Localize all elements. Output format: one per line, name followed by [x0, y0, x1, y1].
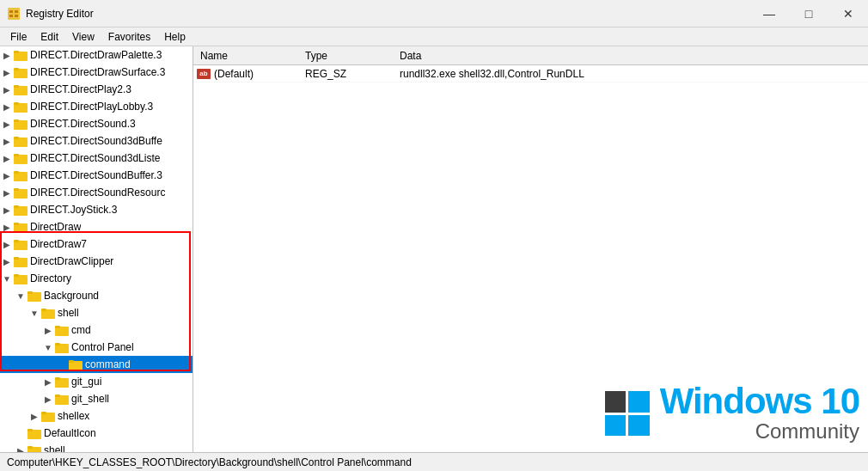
menu-view[interactable]: View — [65, 29, 101, 45]
menu-file[interactable]: File — [3, 29, 34, 45]
node-label: shell — [44, 444, 65, 452]
node-label: DIRECT.DirectDrawPalette.3 — [30, 49, 162, 61]
tree-node-shell-bg[interactable]: ▼ shell — [0, 304, 193, 321]
node-label: DIRECT.DirectSoundResourc — [30, 187, 165, 199]
node-label: command — [85, 358, 131, 370]
node-label: shellex — [58, 410, 89, 422]
node-label: DIRECT.DirectPlay2.3 — [30, 83, 131, 95]
menu-bar: File Edit View Favorites Help — [0, 28, 868, 46]
svg-rect-17 — [14, 137, 19, 139]
tree-node-directjoystick[interactable]: ▶ DIRECT.JoyStick.3 — [0, 201, 193, 218]
node-label: DIRECT.JoyStick.3 — [30, 204, 117, 216]
node-label: DIRECT.DirectSound3dBuffe — [30, 135, 162, 147]
tree-node-shellex-bg[interactable]: ▶ shellex — [0, 407, 193, 425]
svg-rect-39 — [55, 326, 60, 328]
node-label: git_gui — [71, 376, 101, 388]
right-panel: Name Type Data ab (Default) REG_SZ rundl… — [193, 46, 868, 452]
svg-rect-0 — [8, 8, 20, 20]
node-label: git_shell — [71, 393, 109, 405]
table-header: Name Type Data — [193, 46, 868, 65]
svg-rect-7 — [14, 51, 19, 53]
svg-rect-13 — [14, 102, 19, 105]
svg-rect-51 — [28, 429, 33, 431]
svg-rect-29 — [14, 240, 19, 242]
svg-rect-3 — [9, 15, 13, 17]
svg-rect-43 — [69, 360, 74, 363]
row-name-label: (Default) — [214, 68, 254, 80]
svg-rect-47 — [55, 395, 60, 397]
tree-node-directdraw[interactable]: ▶ DirectDraw — [0, 218, 193, 236]
tree-node-shell-dir[interactable]: ▶ shell — [0, 442, 193, 452]
tree-node-directsound3dliste[interactable]: ▶ DIRECT.DirectSound3dListe — [0, 150, 193, 167]
close-button[interactable]: ✕ — [828, 0, 868, 28]
col-data-header: Data — [400, 50, 868, 62]
svg-rect-45 — [55, 377, 60, 380]
node-label: shell — [58, 307, 79, 319]
svg-rect-53 — [28, 446, 33, 449]
svg-rect-33 — [14, 274, 19, 277]
node-label: DirectDrawClipper — [30, 255, 113, 267]
svg-rect-9 — [14, 68, 19, 70]
regedit-icon — [7, 7, 21, 21]
tree-node-directsound[interactable]: ▶ DIRECT.DirectSound.3 — [0, 115, 193, 132]
svg-rect-11 — [14, 85, 19, 88]
svg-rect-2 — [15, 10, 18, 13]
tree-node-git-shell[interactable]: ▶ git_shell — [0, 390, 193, 407]
tree-panel: ▶ DIRECT.DirectDrawPalette.3 ▶ DIRECT.Di… — [0, 46, 193, 452]
tree-node-directdraw7[interactable]: ▶ DirectDraw7 — [0, 236, 193, 253]
svg-rect-21 — [14, 171, 19, 174]
node-label: Directory — [30, 272, 71, 284]
minimize-button[interactable]: — — [749, 0, 789, 28]
tree-node-directplay[interactable]: ▶ DIRECT.DirectPlay2.3 — [0, 81, 193, 98]
tree-scroll[interactable]: ▶ DIRECT.DirectDrawPalette.3 ▶ DIRECT.Di… — [0, 46, 193, 452]
tree-node-directory[interactable]: ▼ Directory — [0, 270, 193, 287]
tree-node-command[interactable]: command — [0, 356, 193, 373]
tree-node-cmd[interactable]: ▶ cmd — [0, 321, 193, 339]
tree-node-directdrawsurface[interactable]: ▶ DIRECT.DirectDrawSurface.3 — [0, 64, 193, 81]
svg-rect-35 — [28, 291, 33, 294]
watermark: Windows 10 Community — [524, 297, 868, 452]
node-label: DIRECT.DirectPlayLobby.3 — [30, 101, 153, 113]
svg-rect-31 — [14, 257, 19, 260]
menu-help[interactable]: Help — [157, 29, 193, 45]
svg-rect-41 — [55, 343, 60, 346]
menu-favorites[interactable]: Favorites — [101, 29, 157, 45]
svg-rect-27 — [14, 223, 19, 225]
tree-node-directdrawclipper[interactable]: ▶ DirectDrawClipper — [0, 253, 193, 270]
node-label: DIRECT.DirectSound.3 — [30, 118, 136, 130]
tree-node-directdrawpalette[interactable]: ▶ DIRECT.DirectDrawPalette.3 — [0, 46, 193, 64]
win10-subtitle: Community — [660, 419, 859, 443]
tree-node-control-panel[interactable]: ▼ Control Panel — [0, 339, 193, 356]
menu-edit[interactable]: Edit — [34, 29, 65, 45]
tree-node-directplaylobby[interactable]: ▶ DIRECT.DirectPlayLobby.3 — [0, 98, 193, 115]
node-label: DirectDraw7 — [30, 238, 87, 250]
status-path: Computer\HKEY_CLASSES_ROOT\Directory\Bac… — [7, 456, 412, 468]
svg-rect-49 — [41, 412, 46, 414]
node-label: DIRECT.DirectDrawSurface.3 — [30, 66, 165, 78]
win10-title: Windows 10 — [660, 383, 859, 419]
svg-rect-19 — [14, 154, 19, 156]
reg-ab-icon: ab — [197, 69, 211, 79]
tree-node-directsoundresource[interactable]: ▶ DIRECT.DirectSoundResourc — [0, 184, 193, 201]
svg-rect-15 — [14, 119, 19, 122]
node-label: DirectDraw — [30, 221, 81, 233]
node-label: Background — [44, 290, 99, 302]
row-type-label: REG_SZ — [305, 68, 400, 80]
title-bar: Registry Editor — □ ✕ — [0, 0, 868, 28]
col-name-header: Name — [193, 50, 305, 62]
table-row[interactable]: ab (Default) REG_SZ rundll32.exe shell32… — [193, 65, 868, 83]
main-area: ▶ DIRECT.DirectDrawPalette.3 ▶ DIRECT.Di… — [0, 46, 868, 452]
maximize-button[interactable]: □ — [789, 0, 828, 28]
tree-node-background[interactable]: ▼ Background — [0, 287, 193, 304]
svg-rect-1 — [9, 10, 13, 13]
tree-node-defaulticon[interactable]: DefaultIcon — [0, 425, 193, 442]
windows-grid-icon — [605, 391, 650, 436]
node-label: DIRECT.DirectSound3dListe — [30, 152, 160, 164]
tree-node-directsoundbuffer[interactable]: ▶ DIRECT.DirectSoundBuffer.3 — [0, 167, 193, 184]
tree-node-directsound3d[interactable]: ▶ DIRECT.DirectSound3dBuffe — [0, 132, 193, 150]
svg-rect-4 — [15, 15, 18, 17]
node-label: DIRECT.DirectSoundBuffer.3 — [30, 169, 162, 181]
window-title: Registry Editor — [26, 8, 94, 20]
node-label: cmd — [71, 324, 91, 336]
tree-node-git-gui[interactable]: ▶ git_gui — [0, 373, 193, 390]
